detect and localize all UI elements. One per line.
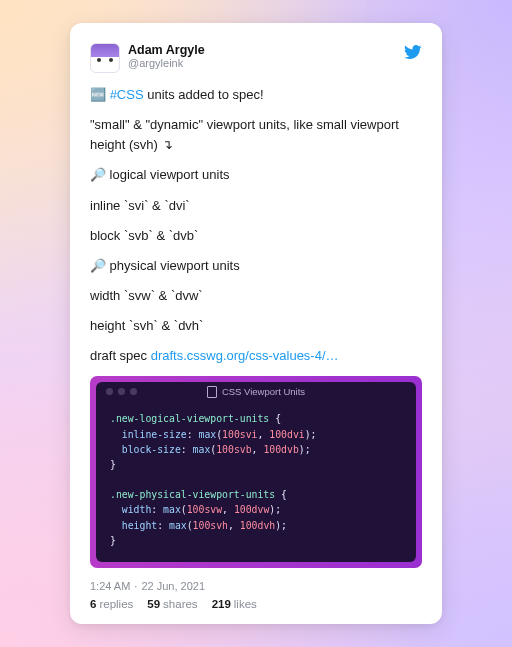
section-physical-height: height `svh` & `dvh` <box>90 316 422 336</box>
draft-spec-line: draft spec drafts.csswg.org/css-values-4… <box>90 346 422 366</box>
code-block: .new-logical-viewport-units { inline-siz… <box>96 401 416 562</box>
code-titlebar: CSS Viewport Units <box>96 382 416 401</box>
file-icon <box>207 386 217 398</box>
code-image: CSS Viewport Units .new-logical-viewport… <box>90 376 422 568</box>
avatar[interactable] <box>90 43 120 73</box>
window-dot-icon <box>118 388 125 395</box>
section-logical-inline: inline `svi` & `dvi` <box>90 196 422 216</box>
tweet-date: 22 Jun, 2021 <box>141 580 205 592</box>
draft-label: draft spec <box>90 348 151 363</box>
window-dot-icon <box>106 388 113 395</box>
section-logical-heading: 🔎 logical viewport units <box>90 165 422 185</box>
page-background: Adam Argyle @argyleink 🆕 #CSS units adde… <box>0 0 512 647</box>
author-display-name: Adam Argyle <box>128 43 404 57</box>
section-logical-block: block `svb` & `dvb` <box>90 226 422 246</box>
tweet-time: 1:24 AM <box>90 580 130 592</box>
author-names[interactable]: Adam Argyle @argyleink <box>128 43 404 70</box>
section-physical-heading: 🔎 physical viewport units <box>90 256 422 276</box>
hashtag-css[interactable]: #CSS <box>110 87 144 102</box>
tweet-stats: 6replies 59shares 219likes <box>90 598 422 610</box>
tweet-line-intro: 🆕 #CSS units added to spec! <box>90 85 422 105</box>
code-title: CSS Viewport Units <box>222 385 305 400</box>
tweet-timestamp[interactable]: 1:24 AM·22 Jun, 2021 <box>90 580 422 592</box>
tweet-card: Adam Argyle @argyleink 🆕 #CSS units adde… <box>70 23 442 624</box>
likes-stat[interactable]: 219likes <box>212 598 257 610</box>
intro-emoji: 🆕 <box>90 87 110 102</box>
twitter-logo-icon[interactable] <box>404 43 422 65</box>
shares-stat[interactable]: 59shares <box>147 598 197 610</box>
intro-suffix: units added to spec! <box>144 87 264 102</box>
code-window: CSS Viewport Units .new-logical-viewport… <box>96 382 416 562</box>
tweet-line-desc: "small" & "dynamic" viewport units, like… <box>90 115 422 155</box>
replies-stat[interactable]: 6replies <box>90 598 133 610</box>
window-controls <box>106 388 137 395</box>
section-physical-width: width `svw` & `dvw` <box>90 286 422 306</box>
tweet-header: Adam Argyle @argyleink <box>90 43 422 73</box>
window-dot-icon <box>130 388 137 395</box>
author-handle: @argyleink <box>128 57 404 70</box>
tweet-body: 🆕 #CSS units added to spec! "small" & "d… <box>90 85 422 568</box>
draft-spec-link[interactable]: drafts.csswg.org/css-values-4/#… <box>151 346 346 366</box>
